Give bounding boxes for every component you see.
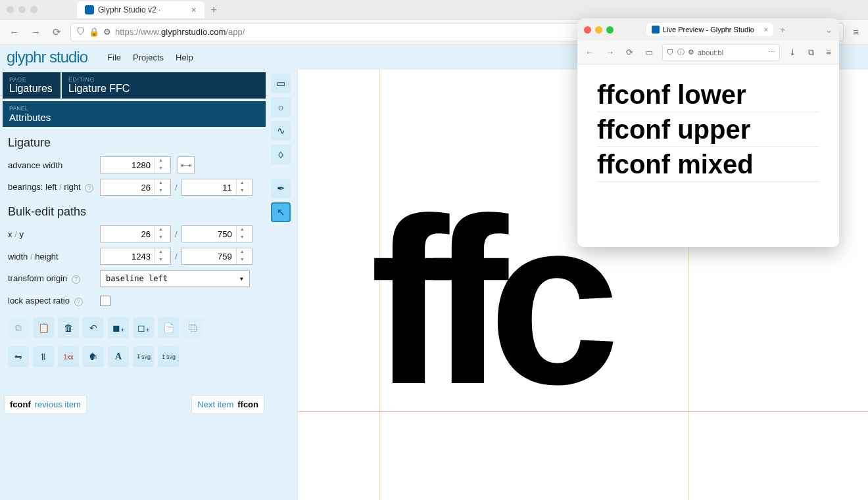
crumb-editing[interactable]: EDITING Ligature FFC bbox=[62, 72, 266, 99]
shield-icon: ⛉ bbox=[76, 27, 85, 37]
prev-item-button[interactable]: fconfrevious item bbox=[4, 395, 87, 414]
undo-button[interactable]: ↶ bbox=[83, 317, 104, 338]
reload-button[interactable]: ⟳ bbox=[623, 46, 636, 58]
delete-path-button[interactable]: 🗑 bbox=[58, 317, 79, 338]
crumb-page[interactable]: PAGE Ligatures bbox=[3, 72, 60, 99]
left-panel: PAGE Ligatures EDITING Ligature FFC PANE… bbox=[0, 70, 268, 500]
info-icon: ⓘ bbox=[677, 47, 685, 57]
label-xy: x / y bbox=[8, 229, 100, 239]
label-wh: width / height bbox=[8, 252, 100, 261]
label-advance-width: advance width bbox=[8, 160, 100, 170]
reload-button[interactable]: ⟳ bbox=[50, 24, 64, 41]
shield-icon: ⛉ bbox=[667, 49, 674, 57]
url-text: https://www.glyphrstudio.com/app/ bbox=[115, 27, 245, 37]
lock-icon: 🔒 bbox=[89, 27, 99, 37]
preview-line: ffconf mixed bbox=[597, 147, 819, 182]
input-height[interactable]: ▲▼ bbox=[181, 248, 253, 265]
input-x[interactable]: ▲▼ bbox=[100, 225, 171, 242]
round-button[interactable]: 1xx bbox=[58, 346, 79, 367]
input-y[interactable]: ▲▼ bbox=[181, 225, 253, 242]
align-button[interactable]: A bbox=[108, 346, 129, 367]
export-svg-button[interactable]: ↧svg bbox=[133, 346, 154, 367]
close-icon[interactable]: × bbox=[764, 26, 768, 34]
reader-icon[interactable]: ▭ bbox=[642, 46, 656, 58]
tool-pen-edit[interactable]: ✒ bbox=[271, 179, 291, 198]
preview-body: ffconf lower ffconf upper ffconf mixed bbox=[577, 64, 839, 247]
more-icon[interactable]: ⋯ bbox=[768, 48, 775, 57]
checkbox-lock-ratio[interactable] bbox=[100, 296, 110, 306]
close-icon[interactable]: × bbox=[191, 5, 196, 15]
next-item-button[interactable]: Next itemffcon bbox=[191, 395, 264, 414]
favicon-icon bbox=[85, 5, 94, 14]
add-component-button[interactable]: ◻₊ bbox=[133, 317, 154, 338]
tool-rect[interactable]: ▭ bbox=[271, 74, 291, 93]
paste-button[interactable]: 📋 bbox=[33, 317, 54, 338]
popup-toolbar: ← → ⟳ ▭ ⛉ ⓘ ⚙ about:bl ⋯ ⤓ ⧉ ≡ bbox=[577, 41, 839, 64]
forward-button[interactable]: → bbox=[603, 46, 617, 58]
menu-help[interactable]: Help bbox=[176, 53, 193, 62]
section-ligature: Ligature bbox=[8, 136, 260, 150]
popup-titlebar[interactable]: Live Preview - Glyphr Studio × + ⌄ bbox=[577, 18, 839, 41]
preview-line: ffconf lower bbox=[597, 78, 819, 112]
input-bearing-right[interactable]: ▲▼ bbox=[181, 179, 253, 196]
import-svg-button[interactable]: ↥svg bbox=[158, 346, 179, 367]
label-bearings: bearings: left / right ? bbox=[8, 182, 100, 193]
input-advance-width[interactable]: ▲▼ bbox=[100, 156, 171, 173]
autowidth-button[interactable]: ⇤⇥ bbox=[178, 156, 195, 173]
popup-tab[interactable]: Live Preview - Glyphr Studio × bbox=[646, 23, 773, 36]
input-width[interactable]: ▲▼ bbox=[100, 248, 171, 265]
new-tab-button[interactable]: + bbox=[211, 4, 217, 16]
flip-h-button[interactable]: ⇋ bbox=[8, 346, 29, 367]
tool-pen[interactable]: ◊ bbox=[271, 145, 291, 164]
new-tab-button[interactable]: + bbox=[780, 25, 785, 35]
settings-toggle-icon: ⚙ bbox=[688, 48, 694, 57]
chevron-down-icon: ▾ bbox=[239, 274, 244, 283]
chevron-down-icon[interactable]: ⌄ bbox=[825, 25, 832, 35]
tool-oval[interactable]: ○ bbox=[271, 97, 291, 117]
section-bulk: Bulk-edit paths bbox=[8, 205, 260, 219]
menu-icon[interactable]: ≡ bbox=[850, 24, 861, 40]
menu-file[interactable]: File bbox=[107, 53, 121, 62]
back-button[interactable]: ← bbox=[7, 24, 22, 40]
rotate-button[interactable]: 🗣 bbox=[83, 346, 104, 367]
popup-urlbar[interactable]: ⛉ ⓘ ⚙ about:bl ⋯ bbox=[662, 44, 780, 61]
tool-path[interactable]: ∿ bbox=[271, 121, 291, 141]
canvas-glyph: ffc bbox=[370, 165, 600, 437]
panel-header[interactable]: PANEL Attributes bbox=[3, 101, 266, 127]
select-transform-origin[interactable]: baseline left▾ bbox=[100, 270, 250, 287]
favicon-icon bbox=[652, 26, 660, 34]
forward-button[interactable]: → bbox=[28, 24, 43, 40]
preview-line: ffconf upper bbox=[597, 112, 819, 147]
label-transform: transform origin ? bbox=[8, 273, 100, 284]
label-lock: lock aspect ratio ? bbox=[8, 296, 100, 306]
back-button[interactable]: ← bbox=[583, 46, 596, 58]
copy-button[interactable]: ⧉ bbox=[8, 317, 29, 338]
settings-toggle-icon: ⚙ bbox=[103, 27, 111, 37]
browser-tab[interactable]: Glyphr Studio v2 · × bbox=[77, 1, 205, 18]
download-icon[interactable]: ⤓ bbox=[786, 46, 799, 58]
menu-projects[interactable]: Projects bbox=[133, 53, 164, 62]
add-shape-button[interactable]: ◼₊ bbox=[108, 317, 129, 338]
input-bearing-left[interactable]: ▲▼ bbox=[100, 179, 171, 196]
action-toolbar-2: ⇋ ⥮ 1xx 🗣 A ↧svg ↥svg bbox=[8, 346, 260, 367]
menu-icon[interactable]: ≡ bbox=[823, 46, 834, 58]
clipboard-button[interactable]: 📄 bbox=[158, 317, 179, 338]
tab-title: Glyphr Studio v2 · bbox=[98, 5, 160, 14]
action-toolbar-1: ⧉ 📋 🗑 ↶ ◼₊ ◻₊ 📄 ⿻ bbox=[8, 317, 260, 338]
flip-v-button[interactable]: ⥮ bbox=[33, 346, 54, 367]
tool-arrow[interactable]: ↖ bbox=[271, 202, 291, 222]
app-logo: glyphr studio bbox=[7, 48, 87, 66]
duplicate-button[interactable]: ⿻ bbox=[183, 317, 204, 338]
live-preview-window: Live Preview - Glyphr Studio × + ⌄ ← → ⟳… bbox=[577, 18, 839, 247]
main-titlebar: Glyphr Studio v2 · × + bbox=[0, 0, 868, 20]
extension-icon[interactable]: ⧉ bbox=[806, 46, 817, 59]
traffic-lights[interactable] bbox=[7, 6, 37, 13]
tool-column: ▭ ○ ∿ ◊ ✒ ↖ bbox=[268, 70, 297, 500]
